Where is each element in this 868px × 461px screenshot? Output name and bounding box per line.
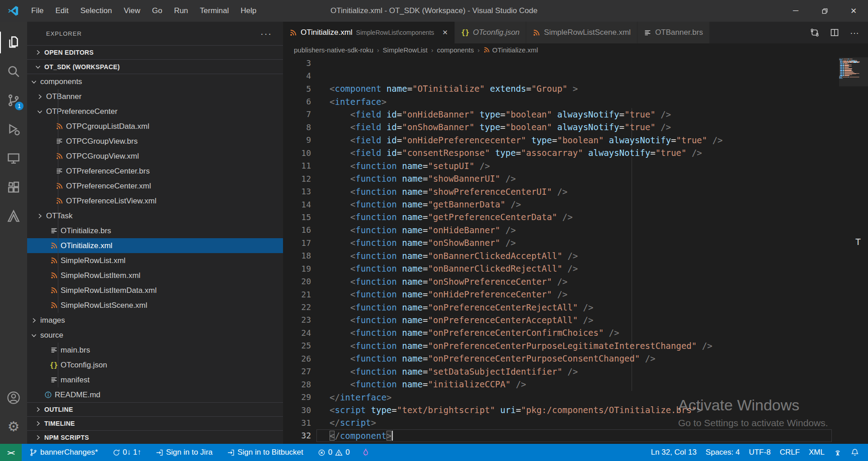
code-line-10[interactable]: 10 <field id="consentResponse" type="ass…	[283, 146, 868, 159]
tree-item-manifest[interactable]: manifest	[27, 372, 283, 387]
tab-otconfig-json[interactable]: {} OTconfig.json	[455, 22, 526, 43]
breadcrumb-item[interactable]: SimpleRowList	[383, 46, 428, 54]
breadcrumb-item-file[interactable]: OTinitialize.xml	[483, 46, 538, 54]
code-line-30[interactable]: 30<script type="text/brightscript" uri="…	[283, 404, 868, 416]
code-line-23[interactable]: 23 <function name="onPreferenceCenterAcc…	[283, 314, 868, 326]
explorer-more-actions-icon[interactable]: ···	[260, 28, 272, 39]
tree-item-otpreferencecenter-brs[interactable]: OTPreferenceCenter.brs	[27, 164, 283, 179]
code-line-15[interactable]: 15 <function name="getPreferenceCenterDa…	[283, 211, 868, 223]
extensions-icon[interactable]	[0, 173, 27, 202]
settings-gear-icon[interactable]: ⚙	[0, 412, 27, 441]
tree-item-otpreferencecenter-xml[interactable]: OTPreferenceCenter.xml	[27, 179, 283, 193]
editor-more-actions-icon[interactable]: ···	[850, 28, 859, 38]
menu-run[interactable]: Run	[168, 0, 194, 22]
code-line-26[interactable]: 26 <function name="onPreferenceCenterPur…	[283, 352, 868, 365]
open-editors-header[interactable]: OPEN EDITORS	[27, 45, 283, 59]
tree-item-otpcgroupview-brs[interactable]: OTPCGroupView.brs	[27, 134, 283, 149]
code-line-24[interactable]: 24 <function name="onPreferenceCenterCon…	[283, 326, 868, 339]
code-line-29[interactable]: 29</interface>	[283, 390, 868, 403]
tree-item-simplerowlistitemdata-xml[interactable]: SimpleRowListItemData.xml	[27, 283, 283, 298]
tree-item-ottask[interactable]: OTTask	[27, 208, 283, 223]
menu-terminal[interactable]: Terminal	[194, 0, 235, 22]
tree-item-simplerowlistitem-xml[interactable]: SimpleRowListItem.xml	[27, 268, 283, 283]
code-line-13[interactable]: 13 <function name="showPreferenceCenterU…	[283, 185, 868, 198]
search-icon[interactable]	[0, 57, 27, 86]
code-line-11[interactable]: 11 <function name="setupUI" />	[283, 160, 868, 172]
tree-item-readme-md[interactable]: README.md	[27, 387, 283, 402]
workspace-header[interactable]: OT_SDK (WORKSPACE)	[27, 59, 283, 74]
menu-go[interactable]: Go	[146, 0, 168, 22]
code-line-6[interactable]: 6<interface>	[283, 95, 868, 108]
tree-item-otbanner[interactable]: OTBanner	[27, 89, 283, 104]
close-window-button[interactable]: ✕	[839, 0, 868, 22]
minimap-slider[interactable]	[839, 57, 868, 86]
sync-status[interactable]: 0↓ 1↑	[108, 444, 146, 461]
encoding-status[interactable]: UTF-8	[744, 444, 775, 461]
code-line-31[interactable]: 31</script>	[283, 416, 868, 429]
breadcrumb-item[interactable]: components	[437, 46, 474, 54]
tree-item-otpcgrouplistdata-xml[interactable]: OTPCgroupListData.xml	[27, 119, 283, 134]
code-line-17[interactable]: 17 <function name="onShowBanner" />	[283, 236, 868, 249]
minimize-button[interactable]: ─	[781, 0, 810, 22]
code-line-21[interactable]: 21 <function name="onHidePreferenceCente…	[283, 288, 868, 301]
run-and-debug-icon[interactable]	[0, 115, 27, 144]
timeline-header[interactable]: TIMELINE	[27, 416, 283, 430]
menu-help[interactable]: Help	[235, 0, 262, 22]
code-line-20[interactable]: 20 <function name="onShowPreferenceCente…	[283, 275, 868, 287]
sign-in-bitbucket[interactable]: Sign in to Bitbucket	[223, 444, 307, 461]
close-tab-icon[interactable]: ✕	[442, 28, 448, 37]
restore-button[interactable]	[810, 0, 839, 22]
npm-scripts-header[interactable]: NPM SCRIPTS	[27, 430, 283, 444]
git-branch-status[interactable]: bannerChanges*	[25, 444, 102, 461]
tree-item-simplerowlistscene-xml[interactable]: SimpleRowListScene.xml	[27, 298, 283, 313]
radio-tower-status[interactable]	[829, 444, 846, 461]
tree-item-otpcgroupview-xml[interactable]: OTPCGroupView.xml	[27, 149, 283, 164]
indentation-status[interactable]: Spaces: 4	[701, 444, 745, 461]
code-line-4[interactable]: 4	[283, 69, 868, 82]
eol-status[interactable]: CRLF	[775, 444, 804, 461]
tree-item-otconfig-json[interactable]: {}OTconfig.json	[27, 358, 283, 372]
code-line-12[interactable]: 12 <function name="showBannerUI" />	[283, 172, 868, 185]
code-line-3[interactable]: 3	[283, 56, 868, 69]
tree-item-otinitialize-brs[interactable]: OTinitialize.brs	[27, 223, 283, 238]
tree-item-source[interactable]: source	[27, 328, 283, 343]
tab-otbanner-brs[interactable]: OTBanner.brs	[637, 22, 710, 43]
code-line-14[interactable]: 14 <function name="getBannerData" />	[283, 198, 868, 211]
code-line-27[interactable]: 27 <function name="setDataSubjectIdentif…	[283, 365, 868, 378]
menu-selection[interactable]: Selection	[75, 0, 118, 22]
notifications-bell[interactable]	[846, 444, 863, 461]
code-line-8[interactable]: 8 <field id="onShowBanner" type="boolean…	[283, 121, 868, 133]
code-line-7[interactable]: 7 <field id="onHideBanner" type="boolean…	[283, 108, 868, 121]
tree-item-components[interactable]: components	[27, 74, 283, 89]
explorer-icon[interactable]	[0, 28, 27, 57]
tree-item-simplerowlist-xml[interactable]: SimpleRowList.xml	[27, 253, 283, 268]
code-line-19[interactable]: 19 <function name="onBannerClickedReject…	[283, 262, 868, 275]
code-line-28[interactable]: 28 <function name="initializeCCPA" />	[283, 378, 868, 390]
code-line-18[interactable]: 18 <function name="onBannerClickedAccept…	[283, 249, 868, 262]
code-line-9[interactable]: 9 <field id="onHidePreferencecenter" typ…	[283, 134, 868, 146]
a-extension-icon[interactable]	[0, 202, 27, 230]
code-line-5[interactable]: 5<component name="OTinitialize" extends=…	[283, 82, 868, 95]
split-editor-icon[interactable]	[830, 28, 839, 37]
tree-item-otpreferencelistview-xml[interactable]: OTPreferenceListView.xml	[27, 193, 283, 208]
tree-item-otpreferencecenter[interactable]: OTPreferenceCenter	[27, 104, 283, 119]
source-control-icon[interactable]: 1	[0, 86, 27, 115]
remote-explorer-icon[interactable]	[0, 144, 27, 173]
menu-file[interactable]: File	[25, 0, 49, 22]
remote-indicator[interactable]: ><	[0, 444, 22, 461]
open-changes-icon[interactable]	[810, 28, 819, 37]
tree-item-otinitialize-xml[interactable]: OTinitialize.xml	[27, 238, 283, 253]
tab-otinitialize-xml[interactable]: OTinitialize.xml SimpleRowList\component…	[283, 22, 455, 43]
accounts-icon[interactable]	[0, 383, 27, 412]
language-mode-status[interactable]: XML	[804, 444, 829, 461]
code-line-16[interactable]: 16 <function name="onHideBanner" />	[283, 224, 868, 236]
code-line-32[interactable]: 32</component>	[283, 429, 868, 442]
menu-view[interactable]: View	[118, 0, 146, 22]
code-line-22[interactable]: 22 <function name="onPreferenceCenterRej…	[283, 301, 868, 313]
tree-item-images[interactable]: images	[27, 313, 283, 328]
minimap[interactable]	[839, 57, 868, 139]
tab-simplerowlistscene-xml[interactable]: SimpleRowListScene.xml	[526, 22, 637, 43]
outline-header[interactable]: OUTLINE	[27, 402, 283, 416]
problems-status[interactable]: 0 0	[314, 444, 354, 461]
cursor-position[interactable]: Ln 32, Col 13	[646, 444, 701, 461]
